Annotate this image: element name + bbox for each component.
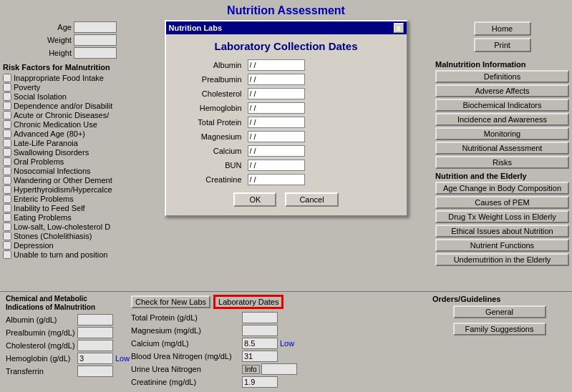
modal-cancel-button[interactable]: Cancel <box>285 192 338 207</box>
modal-lab-label: Cholesterol <box>178 89 242 98</box>
modal-titlebar: Nutrition Labs x <box>166 21 407 34</box>
modal-body-title: Laboratory Collection Dates <box>178 40 395 52</box>
modal-lab-row: Prealbumin <box>178 74 395 85</box>
modal-lab-input[interactable] <box>248 59 305 71</box>
modal-lab-row: Creatinine <box>178 174 395 185</box>
modal-lab-input[interactable] <box>248 160 305 171</box>
modal-lab-row: Calcium <box>178 145 395 157</box>
modal-lab-input[interactable] <box>248 102 305 114</box>
modal-lab-input[interactable] <box>248 131 305 142</box>
modal-lab-label: Creatinine <box>178 175 242 184</box>
modal-lab-row: Hemoglobin <box>178 102 395 114</box>
modal-lab-label: BUN <box>178 161 242 170</box>
modal-window: Nutrition Labs x Laboratory Collection D… <box>165 20 408 217</box>
modal-lab-label: Albumin <box>178 61 242 69</box>
modal-lab-row: Cholesterol <box>178 88 395 99</box>
modal-close-button[interactable]: x <box>394 23 404 33</box>
modal-ok-button[interactable]: OK <box>233 192 276 207</box>
modal-lab-row: BUN <box>178 160 395 171</box>
modal-lab-label: Magnesium <box>178 132 242 141</box>
modal-lab-input[interactable] <box>248 88 305 99</box>
modal-lab-row: Total Protein <box>178 117 395 128</box>
modal-lab-label: Prealbumin <box>178 75 242 84</box>
modal-overlay: Nutrition Labs x Laboratory Collection D… <box>0 0 572 392</box>
modal-lab-row: Albumin <box>178 59 395 71</box>
modal-lab-label: Hemoglobin <box>178 104 242 112</box>
modal-lab-input[interactable] <box>248 145 305 157</box>
modal-lab-label: Calcium <box>178 147 242 155</box>
modal-lab-input[interactable] <box>248 174 305 185</box>
modal-body: Laboratory Collection Dates AlbuminPreal… <box>166 34 407 215</box>
modal-lab-fields: AlbuminPrealbuminCholesterolHemoglobinTo… <box>178 59 395 185</box>
modal-lab-input[interactable] <box>248 117 305 128</box>
modal-lab-input[interactable] <box>248 74 305 85</box>
modal-lab-label: Total Protein <box>178 118 242 127</box>
modal-buttons: OK Cancel <box>178 192 395 207</box>
modal-lab-row: Magnesium <box>178 131 395 142</box>
modal-title: Nutrition Labs <box>169 24 223 32</box>
